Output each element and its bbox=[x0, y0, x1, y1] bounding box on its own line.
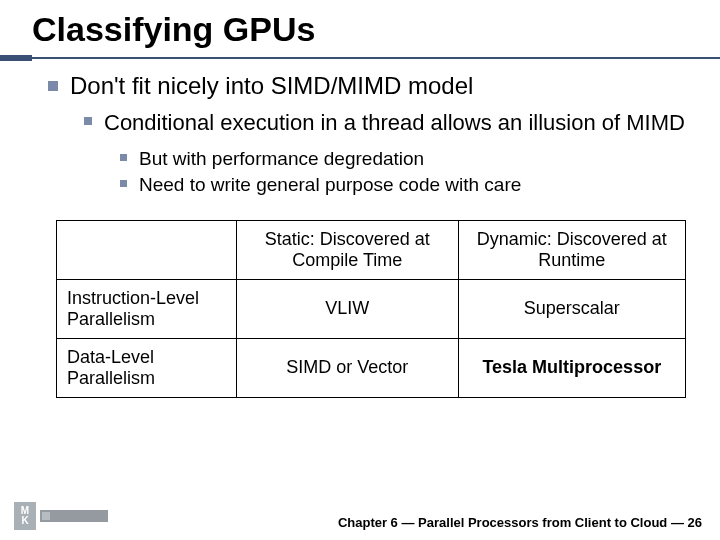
square-bullet-icon bbox=[120, 180, 127, 187]
bullet-lvl2-text: Conditional execution in a thread allows… bbox=[104, 109, 685, 137]
square-bullet-icon bbox=[84, 117, 92, 125]
table-cell: VLIW bbox=[237, 279, 459, 338]
square-bullet-icon bbox=[120, 154, 127, 161]
classification-table: Static: Discovered at Compile Time Dynam… bbox=[56, 220, 686, 398]
table-cell-emphasis: Tesla Multiprocessor bbox=[458, 338, 685, 397]
logo-bar-icon bbox=[40, 510, 108, 522]
publisher-logo: M K bbox=[14, 502, 108, 530]
title-rule bbox=[0, 55, 720, 61]
bullet-lvl3: Need to write general purpose code with … bbox=[120, 173, 692, 198]
table-row-header: Instruction-Level Parallelism bbox=[57, 279, 237, 338]
slide-title: Classifying GPUs bbox=[32, 10, 720, 49]
table-row-header: Data-Level Parallelism bbox=[57, 338, 237, 397]
footer-text: Chapter 6 — Parallel Processors from Cli… bbox=[338, 515, 702, 530]
table-col-header: Dynamic: Discovered at Runtime bbox=[458, 220, 685, 279]
square-bullet-icon bbox=[48, 81, 58, 91]
bullet-lvl1: Don't fit nicely into SIMD/MIMD model bbox=[48, 71, 692, 101]
table-col-header: Static: Discovered at Compile Time bbox=[237, 220, 459, 279]
bullet-lvl3b-text: Need to write general purpose code with … bbox=[139, 173, 521, 198]
bullet-lvl3: But with performance degredation bbox=[120, 147, 692, 172]
bullet-lvl1-text: Don't fit nicely into SIMD/MIMD model bbox=[70, 71, 473, 101]
table-cell: SIMD or Vector bbox=[237, 338, 459, 397]
table-cell: Superscalar bbox=[458, 279, 685, 338]
bullet-lvl3a-text: But with performance degredation bbox=[139, 147, 424, 172]
table-corner-cell bbox=[57, 220, 237, 279]
logo-letter: K bbox=[21, 516, 28, 526]
bullet-lvl2: Conditional execution in a thread allows… bbox=[84, 109, 692, 137]
logo-mk-icon: M K bbox=[14, 502, 36, 530]
